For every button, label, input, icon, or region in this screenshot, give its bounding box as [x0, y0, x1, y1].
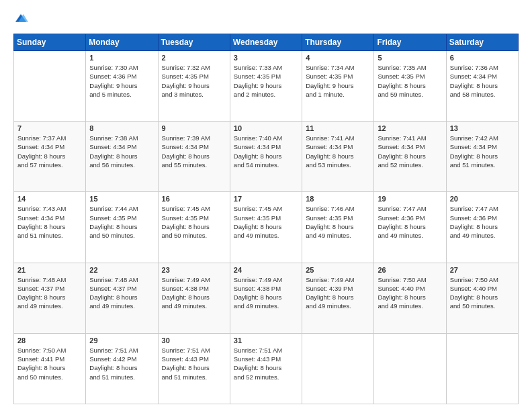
calendar-cell: 12Sunrise: 7:41 AM Sunset: 4:34 PM Dayli…: [374, 122, 446, 192]
calendar-cell: 3Sunrise: 7:33 AM Sunset: 4:35 PM Daylig…: [230, 51, 302, 122]
calendar-cell: 22Sunrise: 7:48 AM Sunset: 4:37 PM Dayli…: [86, 263, 158, 333]
day-number: 3: [234, 54, 298, 62]
day-number: 1: [89, 54, 154, 62]
calendar-cell: 27Sunrise: 7:50 AM Sunset: 4:40 PM Dayli…: [446, 263, 518, 333]
day-info: Sunrise: 7:47 AM Sunset: 4:36 PM Dayligh…: [378, 204, 442, 240]
calendar-week-row: 21Sunrise: 7:48 AM Sunset: 4:37 PM Dayli…: [14, 263, 519, 333]
calendar-cell: 16Sunrise: 7:45 AM Sunset: 4:35 PM Dayli…: [158, 192, 230, 263]
calendar-cell: [302, 333, 374, 404]
calendar-cell: 21Sunrise: 7:48 AM Sunset: 4:37 PM Dayli…: [14, 263, 86, 333]
calendar-cell: 10Sunrise: 7:40 AM Sunset: 4:34 PM Dayli…: [230, 122, 302, 192]
day-number: 4: [306, 54, 370, 62]
day-info: Sunrise: 7:39 AM Sunset: 4:34 PM Dayligh…: [162, 134, 226, 169]
day-info: Sunrise: 7:45 AM Sunset: 4:35 PM Dayligh…: [162, 204, 226, 240]
day-info: Sunrise: 7:37 AM Sunset: 4:34 PM Dayligh…: [17, 134, 82, 169]
day-info: Sunrise: 7:32 AM Sunset: 4:35 PM Dayligh…: [162, 63, 226, 99]
calendar-cell: 7Sunrise: 7:37 AM Sunset: 4:34 PM Daylig…: [14, 122, 86, 192]
day-number: 31: [234, 336, 298, 345]
day-number: 16: [162, 195, 226, 203]
weekday-header: Monday: [86, 34, 158, 51]
calendar-cell: 2Sunrise: 7:32 AM Sunset: 4:35 PM Daylig…: [158, 51, 230, 122]
day-number: 5: [378, 54, 442, 62]
day-number: 17: [234, 195, 298, 203]
weekday-header: Wednesday: [230, 34, 302, 51]
day-info: Sunrise: 7:36 AM Sunset: 4:34 PM Dayligh…: [450, 63, 515, 99]
calendar-cell: 11Sunrise: 7:41 AM Sunset: 4:34 PM Dayli…: [302, 122, 374, 192]
calendar-cell: 1Sunrise: 7:30 AM Sunset: 4:36 PM Daylig…: [86, 51, 158, 122]
day-info: Sunrise: 7:40 AM Sunset: 4:34 PM Dayligh…: [234, 134, 298, 169]
day-number: 21: [17, 266, 82, 274]
calendar-cell: 14Sunrise: 7:43 AM Sunset: 4:34 PM Dayli…: [14, 192, 86, 263]
day-number: 20: [450, 195, 515, 203]
day-info: Sunrise: 7:48 AM Sunset: 4:37 PM Dayligh…: [17, 275, 82, 311]
day-info: Sunrise: 7:45 AM Sunset: 4:35 PM Dayligh…: [234, 204, 298, 240]
day-number: 7: [17, 124, 82, 132]
day-info: Sunrise: 7:50 AM Sunset: 4:41 PM Dayligh…: [17, 346, 82, 381]
day-info: Sunrise: 7:50 AM Sunset: 4:40 PM Dayligh…: [450, 275, 515, 311]
day-info: Sunrise: 7:50 AM Sunset: 4:40 PM Dayligh…: [378, 275, 442, 311]
calendar-cell: 15Sunrise: 7:44 AM Sunset: 4:35 PM Dayli…: [86, 192, 158, 263]
calendar-cell: [446, 333, 518, 404]
day-info: Sunrise: 7:51 AM Sunset: 4:43 PM Dayligh…: [234, 346, 298, 381]
weekday-header: Saturday: [446, 34, 518, 51]
day-info: Sunrise: 7:46 AM Sunset: 4:35 PM Dayligh…: [306, 204, 370, 240]
day-number: 28: [17, 336, 82, 345]
day-info: Sunrise: 7:41 AM Sunset: 4:34 PM Dayligh…: [306, 134, 370, 169]
day-number: 22: [89, 266, 154, 274]
calendar-cell: 25Sunrise: 7:49 AM Sunset: 4:39 PM Dayli…: [302, 263, 374, 333]
calendar-cell: 13Sunrise: 7:42 AM Sunset: 4:34 PM Dayli…: [446, 122, 518, 192]
day-info: Sunrise: 7:44 AM Sunset: 4:35 PM Dayligh…: [89, 204, 154, 240]
day-number: 19: [378, 195, 442, 203]
day-number: 14: [17, 195, 82, 203]
day-info: Sunrise: 7:38 AM Sunset: 4:34 PM Dayligh…: [89, 134, 154, 169]
day-number: 27: [450, 266, 515, 274]
day-number: 9: [162, 124, 226, 132]
day-number: 26: [378, 266, 442, 274]
logo-icon: [13, 12, 28, 27]
day-number: 29: [89, 336, 154, 345]
day-number: 30: [162, 336, 226, 345]
day-info: Sunrise: 7:30 AM Sunset: 4:36 PM Dayligh…: [89, 63, 154, 99]
calendar-cell: 6Sunrise: 7:36 AM Sunset: 4:34 PM Daylig…: [446, 51, 518, 122]
calendar-cell: 5Sunrise: 7:35 AM Sunset: 4:35 PM Daylig…: [374, 51, 446, 122]
calendar-cell: 24Sunrise: 7:49 AM Sunset: 4:38 PM Dayli…: [230, 263, 302, 333]
calendar-week-row: 1Sunrise: 7:30 AM Sunset: 4:36 PM Daylig…: [14, 51, 519, 122]
day-info: Sunrise: 7:33 AM Sunset: 4:35 PM Dayligh…: [234, 63, 298, 99]
calendar-week-row: 28Sunrise: 7:50 AM Sunset: 4:41 PM Dayli…: [14, 333, 519, 404]
calendar-cell: 20Sunrise: 7:47 AM Sunset: 4:36 PM Dayli…: [446, 192, 518, 263]
calendar-cell: 17Sunrise: 7:45 AM Sunset: 4:35 PM Dayli…: [230, 192, 302, 263]
weekday-header: Sunday: [14, 34, 86, 51]
weekday-header: Friday: [374, 34, 446, 51]
day-number: 13: [450, 124, 515, 132]
day-number: 18: [306, 195, 370, 203]
day-number: 23: [162, 266, 226, 274]
day-info: Sunrise: 7:49 AM Sunset: 4:38 PM Dayligh…: [234, 275, 298, 311]
weekday-header: Thursday: [302, 34, 374, 51]
day-number: 6: [450, 54, 515, 62]
calendar-cell: 23Sunrise: 7:49 AM Sunset: 4:38 PM Dayli…: [158, 263, 230, 333]
calendar-cell: [14, 51, 86, 122]
day-number: 15: [89, 195, 154, 203]
header: [13, 12, 519, 27]
calendar-cell: 29Sunrise: 7:51 AM Sunset: 4:42 PM Dayli…: [86, 333, 158, 404]
day-number: 8: [89, 124, 154, 132]
day-info: Sunrise: 7:47 AM Sunset: 4:36 PM Dayligh…: [450, 204, 515, 240]
day-info: Sunrise: 7:41 AM Sunset: 4:34 PM Dayligh…: [378, 134, 442, 169]
calendar-cell: 26Sunrise: 7:50 AM Sunset: 4:40 PM Dayli…: [374, 263, 446, 333]
day-info: Sunrise: 7:42 AM Sunset: 4:34 PM Dayligh…: [450, 134, 515, 169]
day-info: Sunrise: 7:51 AM Sunset: 4:43 PM Dayligh…: [162, 346, 226, 381]
logo: [13, 12, 31, 27]
calendar-cell: 19Sunrise: 7:47 AM Sunset: 4:36 PM Dayli…: [374, 192, 446, 263]
day-number: 2: [162, 54, 226, 62]
day-number: 12: [378, 124, 442, 132]
calendar-week-row: 7Sunrise: 7:37 AM Sunset: 4:34 PM Daylig…: [14, 122, 519, 192]
day-info: Sunrise: 7:49 AM Sunset: 4:38 PM Dayligh…: [162, 275, 226, 311]
calendar-table: SundayMondayTuesdayWednesdayThursdayFrid…: [13, 34, 519, 404]
calendar-cell: 31Sunrise: 7:51 AM Sunset: 4:43 PM Dayli…: [230, 333, 302, 404]
calendar-cell: 18Sunrise: 7:46 AM Sunset: 4:35 PM Dayli…: [302, 192, 374, 263]
page: SundayMondayTuesdayWednesdayThursdayFrid…: [0, 0, 532, 411]
day-number: 25: [306, 266, 370, 274]
calendar-week-row: 14Sunrise: 7:43 AM Sunset: 4:34 PM Dayli…: [14, 192, 519, 263]
day-info: Sunrise: 7:43 AM Sunset: 4:34 PM Dayligh…: [17, 204, 82, 240]
calendar-cell: 8Sunrise: 7:38 AM Sunset: 4:34 PM Daylig…: [86, 122, 158, 192]
